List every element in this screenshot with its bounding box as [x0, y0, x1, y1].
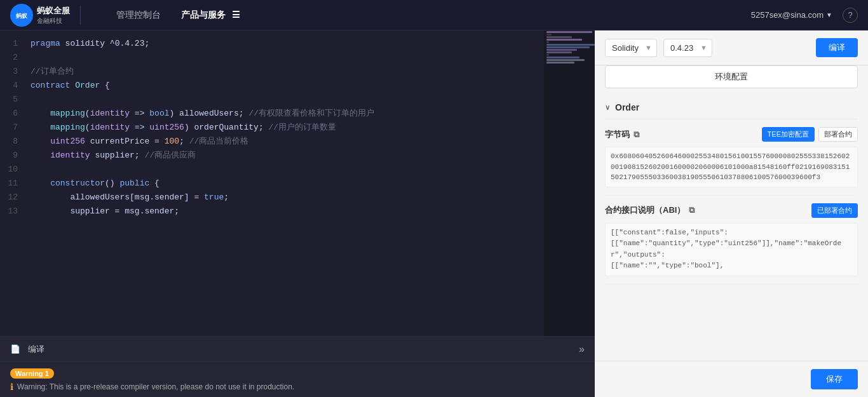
compile-options: Solidity ▼ 0.4.23 ▼ 编译 — [595, 30, 868, 65]
contract-section: ∨ Order 字节码 ⧉ TEE加密配置 部署合约 0x60806040526… — [595, 96, 868, 361]
code-line — [31, 51, 536, 65]
warning-panel: Warning 1 ℹ Warning: This is a pre-relea… — [0, 361, 595, 397]
code-line: //订单合约 — [31, 65, 536, 79]
solidity-select-wrap[interactable]: Solidity ▼ — [605, 39, 657, 57]
code-content[interactable]: pragma solidity ^0.4.23; //订单合约 contract… — [23, 30, 544, 336]
nav-management[interactable]: 管理控制台 — [116, 10, 161, 21]
code-line: supplier = msg.sender; — [31, 205, 536, 219]
compile-button[interactable]: 编译 — [816, 38, 858, 57]
abi-title: 合约接口说明（ABI） ⧉ — [605, 205, 695, 216]
nav-right: 5257sex@sina.com ▼ ? — [751, 8, 858, 23]
warning-badge: Warning 1 — [10, 368, 54, 379]
user-menu[interactable]: 5257sex@sina.com ▼ — [751, 10, 832, 20]
bytecode-title-row: 字节码 ⧉ TEE加密配置 部署合约 — [605, 127, 858, 142]
line-numbers: 1 2 3 4 5 6 7 8 9 10 11 12 13 — [0, 30, 23, 336]
code-line: pragma solidity ^0.4.23; — [31, 37, 536, 51]
env-config-button[interactable]: 环境配置 — [605, 65, 858, 88]
deployed-contract-button[interactable]: 已部署合约 — [811, 203, 858, 218]
menu-icon: ☰ — [232, 10, 240, 20]
version-select-wrap[interactable]: 0.4.23 ▼ — [663, 39, 712, 57]
compile-bar: 📄 编译 » — [0, 336, 595, 361]
code-line — [31, 93, 536, 107]
logo-sub: 金融科技 — [37, 17, 70, 25]
code-line: uint256 currentPrice = 100; //商品当前价格 — [31, 135, 536, 149]
chevron-down-icon: ▼ — [826, 11, 832, 18]
abi-title-row: 合约接口说明（ABI） ⧉ 已部署合约 — [605, 203, 858, 218]
editor-area: 1 2 3 4 5 6 7 8 9 10 11 12 13 pragma sol… — [0, 30, 595, 397]
abi-actions: 已部署合约 — [811, 203, 858, 218]
chevron-icon: ∨ — [605, 104, 610, 112]
help-button[interactable]: ? — [843, 8, 858, 23]
code-editor[interactable]: 1 2 3 4 5 6 7 8 9 10 11 12 13 pragma sol… — [0, 30, 595, 336]
code-line — [31, 163, 536, 177]
contract-name: Order — [615, 102, 639, 112]
main-layout: 1 2 3 4 5 6 7 8 9 10 11 12 13 pragma sol… — [0, 30, 868, 397]
logo-divider — [80, 6, 81, 25]
logo-area: 蚂蚁 蚂蚁全服 金融科技 — [10, 4, 91, 27]
svg-text:蚂蚁: 蚂蚁 — [16, 13, 28, 19]
compile-label: 编译 — [28, 344, 44, 355]
tee-config-button[interactable]: TEE加密配置 — [762, 127, 815, 142]
code-line: allowedUsers[msg.sender] = true; — [31, 191, 536, 205]
abi-value: [["constant":false,"inputs":[["name":"qu… — [605, 223, 858, 276]
bytecode-section: 字节码 ⧉ TEE加密配置 部署合约 0x6080604052606460002… — [605, 119, 858, 196]
nav-products[interactable]: 产品与服务 ☰ — [181, 10, 240, 21]
code-line: mapping(identity => uint256) orderQuanti… — [31, 121, 536, 135]
navbar: 蚂蚁 蚂蚁全服 金融科技 管理控制台 产品与服务 ☰ 5257sex@sina.… — [0, 0, 868, 30]
code-line: constructor() public { — [31, 177, 536, 191]
save-bar: 保存 — [595, 361, 868, 397]
copy-abi-icon[interactable]: ⧉ — [689, 205, 695, 215]
minimap — [544, 30, 595, 336]
abi-section: 合约接口说明（ABI） ⧉ 已部署合约 [["constant":false,"… — [605, 196, 858, 285]
solidity-select[interactable]: Solidity — [605, 39, 657, 57]
right-panel: Solidity ▼ 0.4.23 ▼ 编译 环境配置 ∨ Order — [595, 30, 868, 397]
logo-main: 蚂蚁全服 — [37, 5, 70, 17]
bytecode-actions: TEE加密配置 部署合约 — [762, 127, 858, 142]
warning-text: ℹ Warning: This is a pre-release compile… — [10, 382, 585, 392]
save-button[interactable]: 保存 — [811, 369, 858, 389]
bytecode-title: 字节码 ⧉ — [605, 129, 639, 140]
version-select[interactable]: 0.4.23 — [663, 39, 712, 57]
deploy-contract-button[interactable]: 部署合约 — [818, 127, 858, 142]
bytecode-value: 0x60806040526064600025534801561001557600… — [605, 147, 858, 187]
warning-dot-icon: ℹ — [10, 382, 13, 392]
nav-links: 管理控制台 产品与服务 ☰ — [116, 10, 751, 21]
contract-header: ∨ Order — [605, 96, 858, 119]
code-line: mapping(identity => bool) allowedUsers; … — [31, 107, 536, 121]
expand-icon[interactable]: » — [579, 344, 585, 355]
code-line: contract Order { — [31, 79, 536, 93]
copy-bytecode-icon[interactable]: ⧉ — [634, 130, 639, 140]
logo-text: 蚂蚁全服 金融科技 — [37, 5, 70, 25]
logo-icon: 蚂蚁 — [10, 4, 33, 27]
code-line: identity supplier; //商品供应商 — [31, 149, 536, 163]
file-icon: 📄 — [10, 344, 20, 354]
